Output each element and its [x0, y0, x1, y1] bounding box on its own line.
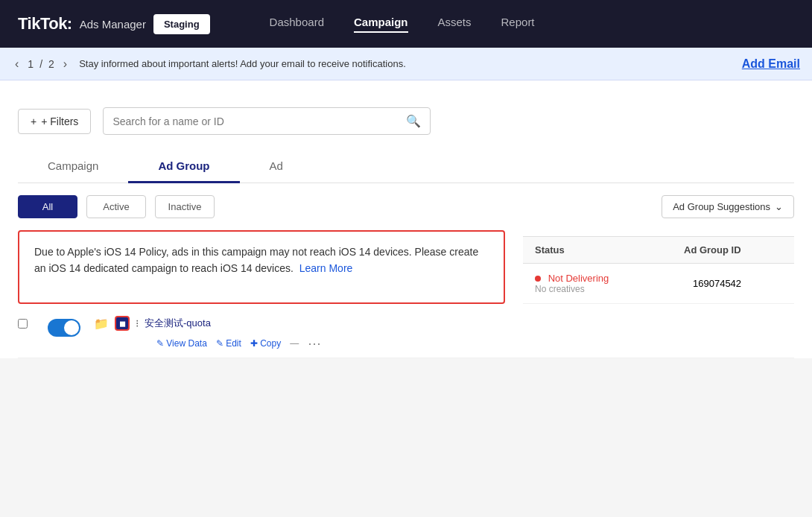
tab-campaign[interactable]: Campaign — [18, 150, 128, 183]
view-data-link[interactable]: ✎ View Data — [156, 338, 207, 349]
sub-filter-active[interactable]: Active — [86, 195, 146, 218]
filter-row: + + Filters 🔍 — [18, 95, 794, 150]
id-cell: 169074542 — [693, 278, 782, 289]
table-header: Status Ad Group ID — [523, 236, 794, 264]
row-checkbox[interactable] — [18, 319, 28, 329]
row-actions: ✎ View Data ✎ Edit ✚ Copy — ⋯ — [156, 335, 794, 352]
logo-tiktok: TikTok: — [18, 14, 72, 33]
top-nav: TikTok: Ads Manager Staging Dashboard Ca… — [0, 0, 812, 48]
row-content: 📁 ◼ ⁝ 安全测试-quota ✎ View Data ✎ Edit ✚ Co… — [94, 316, 794, 352]
full-table-row: 📁 ◼ ⁝ 安全测试-quota ✎ View Data ✎ Edit ✚ Co… — [18, 307, 794, 358]
status-dot-icon — [535, 276, 541, 282]
tab-ad-group[interactable]: Ad Group — [128, 150, 239, 183]
row-top: 📁 ◼ ⁝ 安全测试-quota — [94, 316, 794, 331]
ads-manager-text: Ads Manager — [80, 18, 146, 31]
nav-report[interactable]: Report — [501, 16, 535, 33]
table-area: Status Ad Group ID Not Delivering No cre… — [523, 230, 794, 304]
toggle-knob — [64, 320, 79, 335]
logo-area: TikTok: Ads Manager Staging — [18, 14, 210, 34]
sub-filter-all[interactable]: All — [18, 195, 77, 218]
filter-label: + Filters — [41, 115, 78, 127]
copy-link[interactable]: ✚ Copy — [250, 338, 281, 349]
ad-group-section: All Active Inactive Ad Group Suggestions… — [18, 183, 794, 358]
col-header-status: Status — [535, 244, 684, 256]
shield-icon: ◼ — [115, 316, 130, 331]
page-separator: / — [39, 58, 42, 70]
search-box: 🔍 — [103, 107, 431, 135]
sub-filter-inactive[interactable]: Inactive — [155, 195, 215, 218]
status-cell: Not Delivering No creatives — [535, 273, 684, 294]
search-input[interactable] — [112, 115, 400, 127]
status-label: Not Delivering — [548, 273, 609, 284]
add-email-link[interactable]: Add Email — [742, 57, 800, 71]
learn-more-link[interactable]: Learn More — [299, 262, 353, 274]
edit-link[interactable]: ✎ Edit — [216, 338, 241, 349]
sub-filter-row: All Active Inactive Ad Group Suggestions… — [18, 195, 794, 218]
nav-campaign[interactable]: Campaign — [354, 16, 408, 33]
col-header-id: Ad Group ID — [684, 244, 773, 256]
table-row: Not Delivering No creatives 169074542 — [523, 264, 794, 304]
folder-icon: 📁 — [94, 317, 109, 331]
search-icon: 🔍 — [406, 114, 421, 128]
tab-ad[interactable]: Ad — [240, 150, 313, 183]
grid-icon: ⁝ — [136, 317, 139, 329]
staging-badge: Staging — [153, 14, 210, 34]
notification-banner: ‹ 1 / 2 › Stay informed about important … — [0, 48, 812, 80]
ios-warning-message: Due to Apple's iOS 14 Policy, ads in thi… — [34, 246, 478, 274]
suggestions-label: Ad Group Suggestions — [673, 201, 770, 212]
more-options-icon[interactable]: ⋯ — [308, 335, 323, 352]
dash-separator: — — [290, 338, 299, 349]
suggestions-button[interactable]: Ad Group Suggestions ⌄ — [662, 195, 794, 218]
nav-assets[interactable]: Assets — [438, 16, 472, 33]
page-current: 1 — [28, 58, 34, 70]
status-sub-label: No creatives — [535, 284, 684, 294]
chevron-down-icon: ⌄ — [775, 201, 783, 212]
page-next-btn[interactable]: › — [60, 57, 70, 71]
nav-dashboard[interactable]: Dashboard — [270, 16, 324, 33]
page-total: 2 — [48, 58, 54, 70]
tabs-section: Campaign Ad Group Ad — [18, 150, 794, 183]
row-name: 安全测试-quota — [145, 317, 211, 330]
main-area: + + Filters 🔍 Campaign Ad Group Ad All A… — [0, 80, 812, 358]
filter-button[interactable]: + + Filters — [18, 109, 91, 134]
filter-plus-icon: + — [31, 115, 37, 127]
nav-links: Dashboard Campaign Assets Report — [270, 16, 535, 33]
logo: TikTok: — [18, 14, 72, 34]
ios-warning: Due to Apple's iOS 14 Policy, ads in thi… — [18, 230, 505, 304]
content-area: + + Filters 🔍 Campaign Ad Group Ad All A… — [0, 80, 812, 358]
toggle-switch[interactable] — [48, 319, 80, 337]
page-nav: ‹ 1 / 2 › — [12, 57, 70, 71]
page-prev-btn[interactable]: ‹ — [12, 57, 22, 71]
banner-message: Stay informed about important alerts! Ad… — [79, 58, 733, 69]
